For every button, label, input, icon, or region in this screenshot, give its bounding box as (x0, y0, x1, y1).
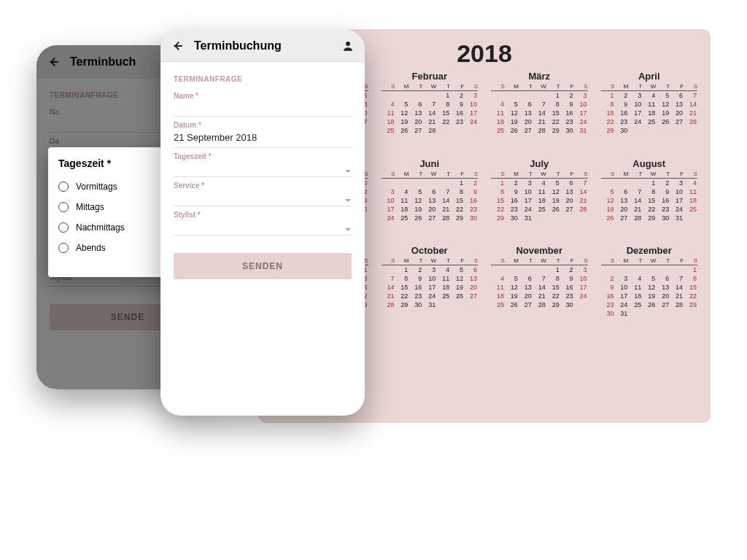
radio-icon (58, 243, 69, 253)
month-name: August (601, 158, 698, 169)
radio-icon (58, 182, 69, 192)
month-name: Dezember (601, 245, 698, 256)
month-name: Juni (382, 158, 479, 169)
page-title: Terminbuchung (194, 39, 331, 52)
month-november: NovemberSMTWTFS1234567891011121314151617… (491, 245, 588, 325)
month-juni: JuniSMTWTFS12345678910111213141516171819… (382, 158, 479, 238)
stylist-field[interactable]: Stylist * (174, 211, 352, 236)
radio-icon (58, 222, 69, 233)
month-name: April (601, 71, 698, 82)
section-label: TERMINANFRAGE (160, 62, 365, 88)
back-arrow-icon[interactable] (171, 39, 184, 52)
month-name: November (491, 245, 588, 256)
phone-mockup-front: Terminbuchung TERMINANFRAGE Name * Datum… (160, 29, 365, 416)
month-name: Februar (382, 71, 479, 82)
option-label: Abends (76, 243, 106, 253)
month-july: JulySMTWTFS12345678910111213141516171819… (491, 158, 588, 238)
month-name: März (491, 71, 588, 82)
send-button[interactable]: SENDEN (174, 253, 352, 279)
svg-point-0 (346, 42, 350, 46)
chevron-down-icon (344, 165, 352, 172)
month-märz: MärzSMTWTFS12345678910111213141516171819… (491, 71, 588, 151)
month-dezember: DezemberSMTWTFS1234567891011121314151617… (601, 245, 698, 325)
month-name: October (382, 245, 479, 256)
chevron-down-icon (344, 223, 352, 230)
month-februar: FebruarSMTWTFS12345678910111213141516171… (382, 71, 479, 151)
user-icon[interactable] (341, 39, 355, 52)
composition: 2018 JanuarySMTWTFS123456789101112131415… (36, 29, 711, 438)
month-august: AugustSMTWTFS123456789101112131415161718… (601, 158, 698, 238)
name-field[interactable]: Name * (174, 92, 352, 117)
option-label: Mittags (76, 202, 104, 212)
month-name: July (491, 158, 588, 169)
chevron-down-icon (344, 194, 352, 201)
option-label: Vormittags (76, 182, 117, 192)
service-field[interactable]: Service * (174, 182, 352, 206)
tageszeit-field[interactable]: Tageszeit * (174, 152, 352, 177)
month-october: OctoberSMTWTFS12345678910111213141516171… (382, 245, 479, 325)
date-field[interactable]: Datum * 21 September 2018 (174, 121, 352, 148)
month-april: AprilSMTWTFS1234567891011121314151617181… (601, 71, 698, 151)
radio-icon (58, 202, 69, 212)
option-label: Nachmittags (76, 222, 125, 233)
